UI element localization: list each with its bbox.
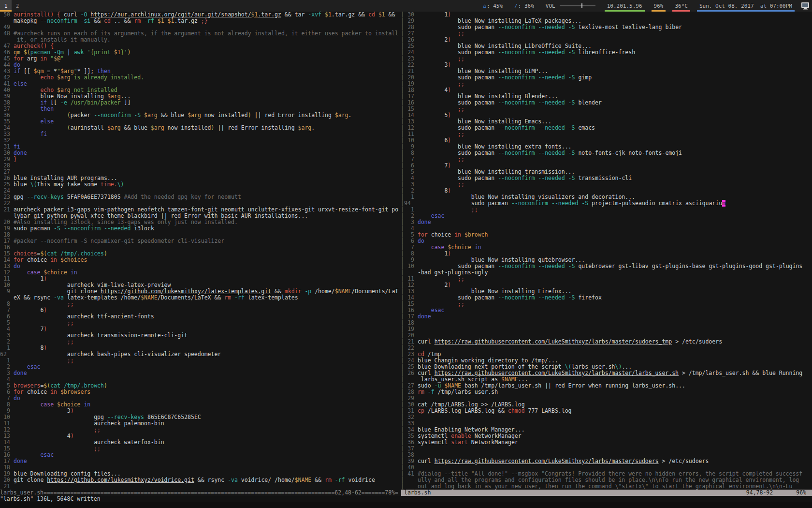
- code-row[interactable]: 36 (packer --noconfirm -S $arg && blue $…: [0, 112, 401, 119]
- cursor-block: m: [722, 200, 725, 207]
- code-text: curl https://raw.githubusercontent.com/L…: [414, 339, 722, 345]
- volume-slider[interactable]: [560, 5, 595, 6]
- syntax-span: is already installed.: [71, 74, 144, 81]
- workspace-button-1[interactable]: 1: [0, 0, 12, 12]
- syntax-span: sudo pacman: [418, 263, 498, 269]
- code-row[interactable]: 15 ;;: [404, 106, 812, 112]
- code-row[interactable]: 30done: [0, 150, 401, 156]
- code-row[interactable]: 1 ;;: [404, 207, 812, 213]
- line-number: 10: [404, 263, 414, 269]
- status-block[interactable]: 36°C: [672, 0, 690, 12]
- syntax-span: .tar.gz &&: [332, 12, 368, 18]
- code-row[interactable]: 17done: [404, 314, 812, 320]
- code-row[interactable]: 16 esac: [404, 307, 812, 314]
- syntax-span: case: [40, 401, 54, 408]
- code-row[interactable]: 11 ;;: [404, 276, 812, 282]
- code-row[interactable]: 4 sudo pacman --noconfirm --needed -S tr…: [404, 175, 812, 181]
- syntax-span: [565, 263, 568, 269]
- code-row[interactable]: 16 esac: [0, 452, 401, 458]
- code-row[interactable]: 2 esac: [0, 364, 401, 370]
- syntax-span: larbs_user.sh: [572, 363, 615, 370]
- code-row[interactable]: 27 ;;: [404, 30, 812, 37]
- status-block[interactable]: 10.201.5.96: [605, 0, 645, 12]
- code-row[interactable]: 2 ;;: [0, 339, 401, 345]
- code-row[interactable]: 8 ;;: [0, 301, 401, 307]
- code-row[interactable]: 32: [404, 414, 812, 420]
- code-row[interactable]: 20git clone https://github.com/lukesmith…: [0, 477, 401, 483]
- code-row[interactable]: 23 ;;: [404, 56, 812, 62]
- code-row[interactable]: 17done: [0, 458, 401, 464]
- code-row[interactable]: 15 ;;: [0, 446, 401, 452]
- code-row[interactable]: 33 fi: [0, 131, 401, 137]
- code-text: curl https://raw.githubusercontent.com/L…: [414, 458, 709, 464]
- left-buffer-larbs-user-sh[interactable]: 50aurinstall() { curl -O https://aur.arc…: [0, 12, 401, 490]
- scroll-percent: 96%: [796, 490, 806, 496]
- volume-knob[interactable]: [581, 3, 582, 8]
- code-row[interactable]: 39curl https://raw.githubusercontent.com…: [404, 458, 812, 464]
- code-row[interactable]: 6for choice in $browsers: [0, 389, 401, 395]
- line-number: 9: [0, 288, 10, 295]
- code-row[interactable]: -bad gst-plugins-ugly: [404, 269, 812, 276]
- code-row[interactable]: 28: [0, 163, 401, 169]
- syntax-span: $arg: [298, 124, 312, 131]
- code-row[interactable]: 12 case $choice in: [0, 269, 401, 276]
- code-row[interactable]: 22: [404, 345, 812, 351]
- code-row[interactable]: 12 sudo pacman --noconfirm --needed -S e…: [404, 125, 812, 131]
- code-row[interactable]: 29}: [0, 156, 401, 163]
- code-row[interactable]: 14for choice in $choices: [0, 257, 401, 263]
- code-row[interactable]: 19sudo pacman -S --noconfirm --needed i3…: [0, 225, 401, 232]
- syntax-span: [14, 451, 40, 458]
- code-row[interactable]: 28 sudo pacman --noconfirm --needed -S t…: [404, 24, 812, 30]
- syntax-span: [14, 105, 40, 112]
- code-row[interactable]: 18: [404, 320, 812, 326]
- code-row[interactable]: 17#packer --noconfirm -S ncpamixer-git s…: [0, 238, 401, 244]
- syntax-span: rm: [418, 388, 424, 395]
- code-row[interactable]: 36systemctl start NetworkManager: [404, 439, 812, 446]
- code-row[interactable]: 15 ;;: [404, 301, 812, 307]
- code-row[interactable]: 45for arg in "$@": [0, 56, 401, 62]
- code-row[interactable]: 8 sudo pacman --noconfirm --needed -S no…: [404, 150, 812, 156]
- code-row[interactable]: 37: [404, 446, 812, 452]
- syntax-span: &&: [385, 12, 399, 18]
- code-row[interactable]: 5for choice in $browch: [404, 232, 812, 238]
- code-row[interactable]: 32: [0, 137, 401, 144]
- code-row[interactable]: 31fi: [0, 144, 401, 150]
- workspace-button-2[interactable]: 2: [12, 0, 23, 12]
- syntax-span: $arg: [57, 87, 71, 93]
- code-row[interactable]: 38 if [[ -e /usr/bin/packer ]]: [0, 100, 401, 106]
- code-row[interactable]: 14 sudo pacman --noconfirm --needed -S f…: [404, 295, 812, 301]
- code-row[interactable]: 11 ;;: [404, 131, 812, 137]
- code-row[interactable]: 3 ;;: [404, 181, 812, 188]
- code-row[interactable]: 34 (aurinstall $arg && blue $arg now ins…: [0, 125, 401, 131]
- code-row[interactable]: 1 ;;: [0, 358, 401, 364]
- code-row[interactable]: 28rm -f /tmp/larbs_user.sh: [404, 389, 812, 395]
- code-row[interactable]: 2 esac: [404, 213, 812, 219]
- code-row[interactable]: 23gpg --recv-keys 5FAF0A6EE7371805 #Add …: [0, 194, 401, 200]
- right-buffer-larbs-sh[interactable]: 30 1)29 blue Now installing LaTeX packag…: [404, 12, 812, 490]
- volume-block[interactable]: VOL: [543, 0, 598, 12]
- clock-block[interactable]: Sun, Oct 08, 2017 at 07:00PM: [697, 0, 795, 12]
- status-block[interactable]: 96%: [652, 0, 666, 12]
- syntax-span: --noconfirm: [498, 175, 535, 181]
- code-row[interactable]: 7 case $choice in: [404, 244, 812, 251]
- code-row[interactable]: it, or installs it manually.: [0, 37, 401, 43]
- code-row[interactable]: 3done: [0, 370, 401, 376]
- pane-divider[interactable]: | | | | | | | | | | | | | | | | | | | | …: [401, 12, 404, 490]
- code-row[interactable]: 5 ;;: [0, 320, 401, 326]
- code-row[interactable]: makepkg --noconfirm -si && cd .. && rm -…: [0, 18, 401, 24]
- code-row[interactable]: 21: [0, 483, 401, 490]
- syntax-span: --noconfirm: [498, 294, 535, 301]
- code-row[interactable]: 25blue \(This may take some time.\): [0, 181, 401, 188]
- code-row[interactable]: 19 ;;: [404, 81, 812, 87]
- code-row[interactable]: 19: [404, 326, 812, 332]
- system-tray[interactable]: [799, 0, 811, 12]
- code-row[interactable]: 3done: [404, 219, 812, 225]
- code-row[interactable]: 20 sudo pacman --noconfirm --needed -S g…: [404, 75, 812, 81]
- active-statusline[interactable]: larbs.sh 94,78-92 96%: [401, 490, 812, 496]
- code-row[interactable]: 21curl https://raw.githubusercontent.com…: [404, 339, 812, 345]
- code-row[interactable]: 7 ;;: [404, 156, 812, 163]
- code-row[interactable]: 31cp /LARBS.log LARBS.log && chmod 777 L…: [404, 408, 812, 414]
- code-row[interactable]: 24 sudo pacman --noconfirm --needed -S l…: [404, 49, 812, 56]
- code-row[interactable]: 16 sudo pacman --noconfirm --needed -S b…: [404, 100, 812, 106]
- code-row[interactable]: 42 echo $arg is already installed.: [0, 75, 401, 81]
